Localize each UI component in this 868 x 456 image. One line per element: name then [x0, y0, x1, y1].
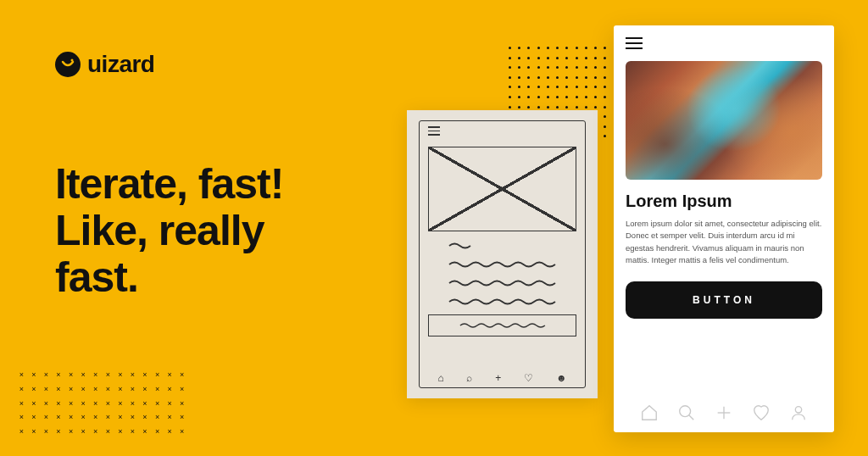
logo-mark-icon	[55, 52, 81, 77]
headline: Iterate, fast! Like, really fast.	[55, 161, 283, 301]
search-icon[interactable]	[677, 403, 696, 422]
hero-image	[626, 61, 822, 180]
sketch-frame: ⌂ ⌕ + ♡ ☻	[419, 120, 586, 388]
sketch-hamburger-icon	[428, 126, 440, 136]
card-title: Lorem Ipsum	[626, 192, 822, 211]
svg-point-1	[680, 406, 691, 417]
cross-pattern: ××××××××××××××××××××××××××××××××××××××××…	[17, 371, 186, 439]
sketch-heart-icon: ♡	[524, 372, 533, 384]
logo-text: uizard	[87, 51, 154, 78]
sketch-wireframe-card: ⌂ ⌕ + ♡ ☻	[407, 110, 598, 398]
sketch-plus-icon: +	[495, 372, 501, 384]
primary-button[interactable]: BUTTON	[626, 281, 822, 319]
sketch-body-line	[428, 298, 576, 306]
heart-icon[interactable]	[752, 403, 771, 422]
bottom-tabbar	[626, 392, 822, 432]
svg-line-2	[689, 415, 694, 420]
user-icon[interactable]	[789, 403, 808, 422]
sketch-user-icon: ☻	[556, 372, 567, 384]
svg-point-5	[795, 407, 801, 413]
svg-point-0	[71, 59, 74, 62]
digital-mockup-card: Lorem Ipsum Lorem ipsum dolor sit amet, …	[614, 25, 834, 432]
hamburger-menu-icon[interactable]	[626, 37, 643, 49]
home-icon[interactable]	[640, 403, 659, 422]
sketch-body-line	[428, 279, 576, 287]
sketch-image-placeholder	[428, 147, 576, 231]
sketch-body-line	[428, 260, 576, 269]
sketch-button-placeholder	[428, 314, 576, 336]
brand-logo: uizard	[55, 51, 154, 78]
sketch-search-icon: ⌕	[466, 372, 472, 384]
sketch-title-line	[428, 242, 576, 250]
plus-icon[interactable]	[715, 403, 733, 422]
sketch-home-icon: ⌂	[437, 372, 443, 384]
card-body-text: Lorem ipsum dolor sit amet, consectetur …	[626, 218, 822, 266]
sketch-tabbar: ⌂ ⌕ + ♡ ☻	[426, 372, 578, 384]
